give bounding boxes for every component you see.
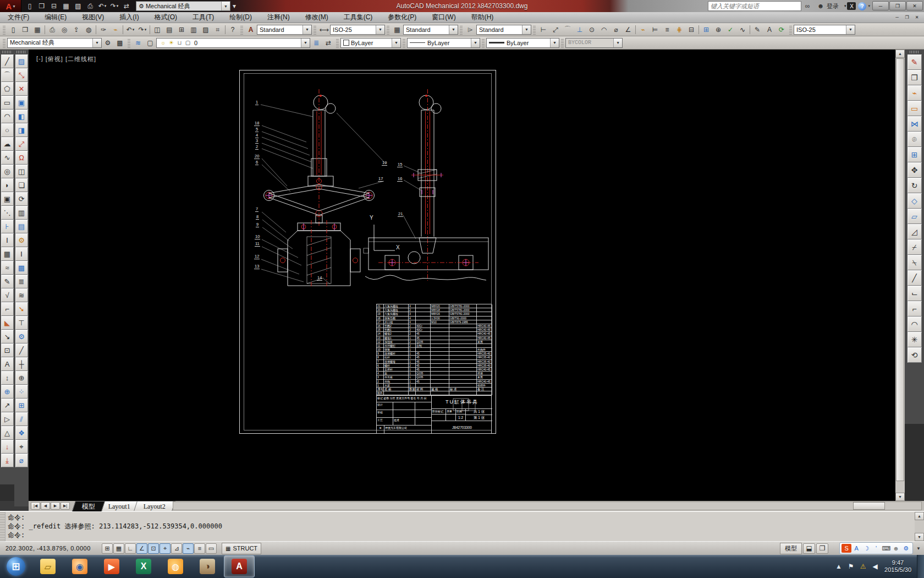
command-line[interactable]: 命令: xyxy=(8,513,912,522)
text-column-icon[interactable]: Ⅰ xyxy=(1,233,14,247)
mod-undo-icon[interactable]: ⟲ xyxy=(908,347,922,363)
dim-baseline-icon[interactable]: ⊨ xyxy=(649,24,661,35)
menu-view[interactable]: 视图(V) xyxy=(74,13,112,22)
power-snap-icon[interactable]: Ω xyxy=(15,151,28,165)
designcenter-icon[interactable]: ▤ xyxy=(163,24,175,35)
taskbar-clock[interactable]: 9:47 2015/5/30 xyxy=(884,559,911,574)
wave-line-icon[interactable]: ≈ xyxy=(1,261,14,275)
menu-format[interactable]: 格式(O) xyxy=(147,13,185,22)
c2-grid-icon[interactable]: ⁘ xyxy=(15,385,28,399)
ime-punct-icon[interactable]: ’ xyxy=(871,544,881,553)
dim-aligned-icon[interactable]: ⤢ xyxy=(549,24,562,35)
surface-finish-icon[interactable]: √ xyxy=(1,288,14,302)
layer-combo[interactable]: ☼☀⊔▢ 0 ▼ xyxy=(156,38,310,48)
tab-last-icon[interactable]: ▶| xyxy=(61,502,70,510)
save-icon[interactable]: ▦ xyxy=(60,1,72,12)
mleader-style-combo[interactable]: Standard▼ xyxy=(476,25,531,35)
plot-icon[interactable]: ⎙ xyxy=(46,24,58,35)
network-warning-icon[interactable]: ⚠ xyxy=(857,560,869,572)
browser-360-icon[interactable]: ◍ xyxy=(160,555,191,577)
save-icon[interactable]: ▦ xyxy=(31,24,43,35)
align-updown-icon[interactable]: ↕ xyxy=(1,371,14,385)
ime-user-icon[interactable]: ☻ xyxy=(891,544,901,553)
saveas-icon[interactable]: ▧ xyxy=(72,1,84,12)
dim-ordinate-icon[interactable]: ⊥ xyxy=(574,24,586,35)
tab-next-icon[interactable]: ▶ xyxy=(51,502,60,510)
open-icon[interactable]: ❒ xyxy=(19,24,31,35)
menu-annotate[interactable]: 注释(N) xyxy=(260,13,298,22)
extend-icon[interactable]: ⍀ xyxy=(908,255,922,270)
dim-space-icon[interactable]: ⋕ xyxy=(673,24,685,35)
detail-box-icon[interactable]: ▣ xyxy=(15,96,28,110)
spring-icon[interactable]: ≋ xyxy=(15,288,28,302)
menu-toolsets[interactable]: 工具集(C) xyxy=(336,13,381,22)
scroll-up-icon[interactable]: ▲ xyxy=(895,50,905,58)
linetype-combo[interactable]: ByLayer▼ xyxy=(407,38,480,48)
minimize-button[interactable]: ─ xyxy=(872,1,889,10)
chamfer-icon[interactable]: ⌐ xyxy=(908,301,922,317)
feature-frame-icon[interactable]: ⊡ xyxy=(1,343,14,357)
matchprop-icon[interactable]: ✑ xyxy=(97,24,109,35)
doc-minimize-button[interactable]: ─ xyxy=(892,13,902,21)
offset-icon[interactable]: ⌾ xyxy=(908,132,922,147)
dim-tolerance-icon[interactable]: ⊞ xyxy=(700,24,712,35)
fillet-icon[interactable]: ◠ xyxy=(908,317,922,332)
ime-mode-icon[interactable]: A xyxy=(851,544,861,553)
dim-linear-icon[interactable]: ⊢ xyxy=(537,24,549,35)
menu-tools[interactable]: 工具(T) xyxy=(185,13,222,22)
note-leader-icon[interactable]: ↘ xyxy=(1,330,14,343)
mleader-style-icon[interactable]: ⌲ xyxy=(464,24,476,35)
arrow-remove-icon[interactable]: ⤓ xyxy=(1,454,14,467)
sogou-icon[interactable]: S xyxy=(842,544,851,553)
layer-freeze-icon[interactable]: ☀ xyxy=(167,39,175,47)
sheetset-icon[interactable]: ⊟ xyxy=(48,1,60,12)
close-button[interactable]: ✕ xyxy=(906,1,923,10)
model-layout-icon[interactable]: ⬓ xyxy=(803,543,815,554)
command-window-grip[interactable] xyxy=(0,512,6,541)
search-icon[interactable]: ∞ xyxy=(801,1,813,11)
tray-show-hidden-icon[interactable]: ▲ xyxy=(833,560,845,572)
grid-toggle[interactable]: ▦ xyxy=(113,543,124,554)
horizontal-scrollbar[interactable] xyxy=(173,501,922,510)
quickview-layouts-icon[interactable]: ❐ xyxy=(816,543,828,554)
layer-properties-icon[interactable]: ≋ xyxy=(132,37,144,48)
c2-line-icon[interactable]: ╱ xyxy=(15,343,28,357)
vertical-scrollbar[interactable]: ▲ ▼ xyxy=(895,50,905,501)
move-icon[interactable]: ✥ xyxy=(908,162,922,178)
dim-update-icon[interactable]: ⟳ xyxy=(776,24,788,35)
polar-toggle[interactable]: ∠ xyxy=(136,543,147,554)
signin-button[interactable]: ☻ 登录 ▾ xyxy=(815,1,846,11)
annotate-rotate-icon[interactable]: ⟳ xyxy=(15,192,28,206)
publish-icon[interactable]: ⇪ xyxy=(70,24,82,35)
dim-break-icon[interactable]: ⊟ xyxy=(685,24,697,35)
c2-target-icon[interactable]: ⌖ xyxy=(15,440,28,454)
qp-toggle[interactable]: ▭ xyxy=(206,543,217,554)
mirror-icon[interactable]: ⋈ xyxy=(908,116,922,132)
help-icon[interactable]: ? xyxy=(856,1,868,11)
line-icon[interactable]: ╱ xyxy=(1,54,14,68)
move-assoc-icon[interactable]: ⤡ xyxy=(15,68,28,82)
paint-icon[interactable]: ◑ xyxy=(192,555,223,577)
table-style-combo[interactable]: Standard▼ xyxy=(403,25,458,35)
script-icon[interactable]: ⌁ xyxy=(109,24,122,35)
break-point-icon[interactable]: ╱ xyxy=(908,270,922,286)
menu-edit[interactable]: 编辑(E) xyxy=(37,13,74,22)
part-library-icon[interactable]: ▥ xyxy=(15,206,28,220)
command-scroll-up-icon[interactable]: ▲ xyxy=(915,512,924,520)
power-copy-icon[interactable]: ⌁ xyxy=(908,85,922,101)
command-line[interactable]: 命令: _refedit 选择参照: 213.114283,-512.53935… xyxy=(8,522,912,531)
part-list-icon[interactable]: ▤ xyxy=(15,220,28,233)
text-style-combo[interactable]: Standard▼ xyxy=(257,25,312,35)
c2-square-icon[interactable]: ⊞ xyxy=(15,399,28,412)
menu-window[interactable]: 窗口(W) xyxy=(424,13,463,22)
statusbar-menu-icon[interactable]: ▼ xyxy=(916,546,921,551)
lineweight-combo[interactable]: ByLayer▼ xyxy=(486,38,559,48)
c2-centercircle-icon[interactable]: ⊕ xyxy=(15,371,28,385)
tab-prev-icon[interactable]: ◀ xyxy=(41,502,50,510)
dim-edit-icon[interactable]: ✎ xyxy=(751,24,763,35)
new-icon[interactable]: ▯ xyxy=(24,1,36,12)
workspace-settings-icon[interactable]: ⚙ xyxy=(102,37,114,48)
horizontal-scroll-thumb[interactable] xyxy=(853,502,885,510)
ellipse-arc-icon[interactable]: ◗ xyxy=(1,178,14,192)
hatch-icon[interactable]: ▨ xyxy=(15,54,28,68)
